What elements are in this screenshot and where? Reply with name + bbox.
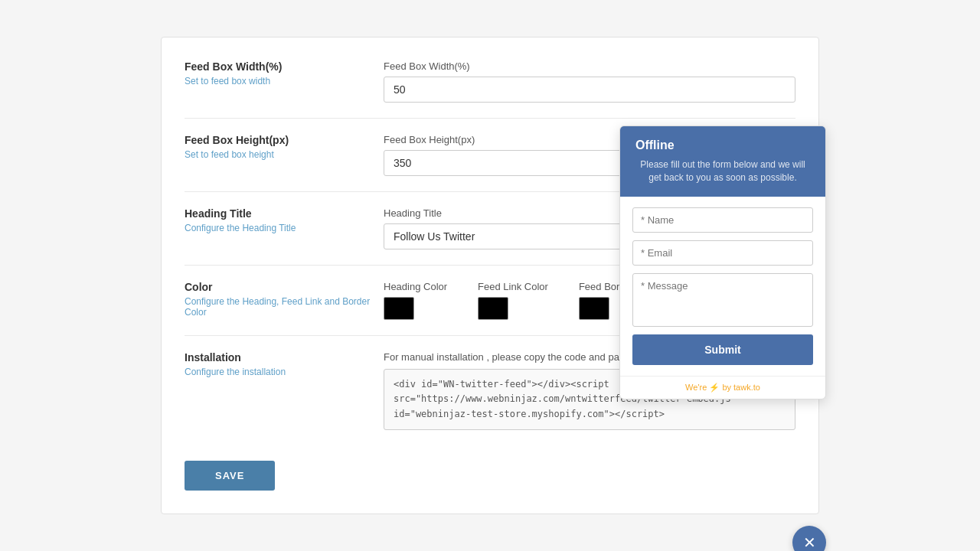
chat-status: Offline — [635, 139, 810, 152]
color-desc: Configure the Heading, Feed Link and Bor… — [185, 296, 384, 318]
feed-border-color-swatch[interactable] — [579, 297, 609, 320]
chat-name-input[interactable] — [632, 207, 813, 233]
installation-title: Installation — [185, 351, 384, 364]
feed-box-width-title: Feed Box Width(%) — [185, 60, 384, 73]
save-section: SAVE — [185, 445, 795, 491]
feed-link-color-item: Feed Link Color — [478, 281, 548, 320]
chat-widget: Offline Please fill out the form below a… — [619, 126, 826, 399]
feed-box-height-desc: Set to feed box height — [185, 149, 384, 160]
feed-box-width-input[interactable] — [384, 77, 795, 103]
chat-message-input[interactable] — [632, 273, 813, 327]
feed-box-width-field-label: Feed Box Width(%) — [384, 60, 795, 72]
feed-link-color-label: Feed Link Color — [478, 281, 548, 292]
chat-footer: We're ⚡ by tawk.to — [620, 376, 825, 399]
installation-label-area: Installation Configure the installation — [185, 351, 384, 377]
chat-email-input[interactable] — [632, 240, 813, 266]
close-icon: ✕ — [803, 533, 816, 551]
chat-description: Please fill out the form below and we wi… — [635, 158, 810, 184]
heading-title-desc: Configure the Heading Title — [185, 223, 384, 233]
heading-color-label: Heading Color — [384, 281, 447, 292]
chat-header: Offline Please fill out the form below a… — [620, 126, 825, 197]
page-wrapper: Feed Box Width(%) Set to feed box width … — [0, 0, 980, 551]
heading-color-swatch[interactable] — [384, 297, 414, 320]
chat-close-button[interactable]: ✕ — [792, 526, 826, 551]
chat-submit-button[interactable]: Submit — [632, 334, 813, 365]
heading-title-label-area: Heading Title Configure the Heading Titl… — [185, 207, 384, 233]
installation-desc: Configure the installation — [185, 367, 384, 377]
feed-box-height-label-area: Feed Box Height(px) Set to feed box heig… — [185, 134, 384, 160]
tawk-lightning-icon: ⚡ — [709, 383, 720, 392]
feed-box-width-section: Feed Box Width(%) Set to feed box width … — [185, 60, 795, 119]
save-button[interactable]: SAVE — [185, 461, 275, 491]
feed-box-width-content: Feed Box Width(%) — [384, 60, 795, 103]
color-title: Color — [185, 281, 384, 293]
feed-box-width-desc: Set to feed box width — [185, 76, 384, 86]
main-card: Feed Box Width(%) Set to feed box width … — [161, 37, 819, 514]
feed-box-width-label-area: Feed Box Width(%) Set to feed box width — [185, 60, 384, 86]
feed-link-color-swatch[interactable] — [478, 297, 508, 320]
heading-color-item: Heading Color — [384, 281, 447, 320]
heading-title-title: Heading Title — [185, 207, 384, 220]
chat-footer-text: We're ⚡ by tawk.to — [685, 383, 760, 392]
feed-box-height-title: Feed Box Height(px) — [185, 134, 384, 146]
color-label-area: Color Configure the Heading, Feed Link a… — [185, 281, 384, 318]
chat-body: Submit — [620, 197, 825, 376]
